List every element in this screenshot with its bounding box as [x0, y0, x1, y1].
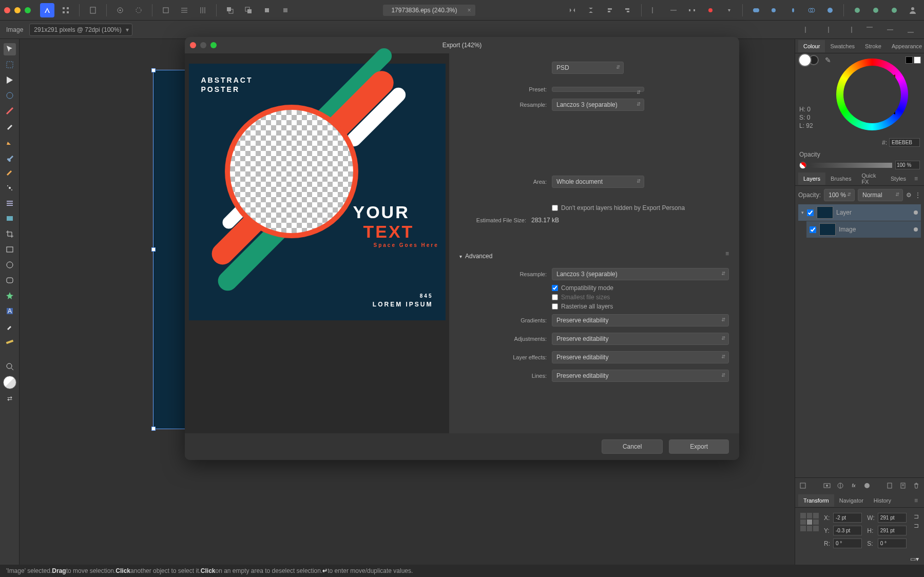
dialog-footer: Cancel Export [185, 433, 739, 460]
modal-backdrop: Export (142%) ABSTRACT POSTER YOUR TEXT [0, 0, 924, 577]
filesize-value: 283.17 kB [531, 217, 559, 224]
export-dialog: Export (142%) ABSTRACT POSTER YOUR TEXT [185, 37, 739, 460]
dialog-close-icon[interactable] [190, 42, 196, 48]
cancel-button[interactable]: Cancel [602, 439, 663, 454]
layerfx-select[interactable]: Preserve editability [552, 351, 729, 363]
dialog-title: Export (142%) [442, 42, 482, 49]
resample-select[interactable]: Lanczos 3 (separable) [552, 99, 644, 111]
raster-label: Rasterise all layers [561, 303, 613, 310]
filesize-label: Estimated File Size: [459, 217, 526, 223]
export-settings: PSD Preset: Resample:Lanczos 3 (separabl… [449, 53, 739, 433]
advanced-toggle[interactable]: Advanced [459, 253, 492, 260]
export-button[interactable]: Export [669, 439, 729, 454]
dialog-min-icon [200, 42, 206, 48]
gradients-label: Gradients: [459, 317, 547, 323]
gradients-select[interactable]: Preserve editability [552, 314, 729, 326]
preset-label: Preset: [459, 86, 547, 92]
raster-check[interactable] [552, 303, 558, 310]
smallest-check[interactable] [552, 294, 558, 300]
noexport-check[interactable] [552, 205, 558, 211]
adjustments-select[interactable]: Preserve editability [552, 333, 729, 345]
smallest-label: Smallest file sizes [561, 294, 610, 301]
noexport-label: Don't export layers hidden by Export Per… [561, 204, 685, 211]
advanced-menu-icon[interactable]: ≡ [725, 250, 729, 257]
export-preview: ABSTRACT POSTER YOUR TEXT Space Goes Her… [185, 53, 449, 433]
lines-select[interactable]: Preserve editability [552, 370, 729, 382]
resample-adv-select[interactable]: Lanczos 3 (separable) [552, 268, 729, 280]
compat-label: Compatibility mode [561, 284, 613, 292]
layerfx-label: Layer effects: [459, 354, 547, 360]
adjustments-label: Adjustments: [459, 336, 547, 342]
resample-label: Resample: [459, 102, 547, 108]
preset-select[interactable] [552, 87, 644, 92]
area-select[interactable]: Whole document [552, 176, 644, 188]
dialog-max-icon[interactable] [210, 42, 217, 48]
fill-swatch[interactable] [798, 53, 812, 67]
area-label: Area: [459, 179, 547, 185]
dialog-titlebar: Export (142%) [185, 37, 739, 53]
format-select[interactable]: PSD [552, 62, 624, 74]
resample-adv-label: Resample: [459, 271, 547, 277]
compat-check[interactable] [552, 285, 558, 291]
lines-label: Lines: [459, 373, 547, 379]
